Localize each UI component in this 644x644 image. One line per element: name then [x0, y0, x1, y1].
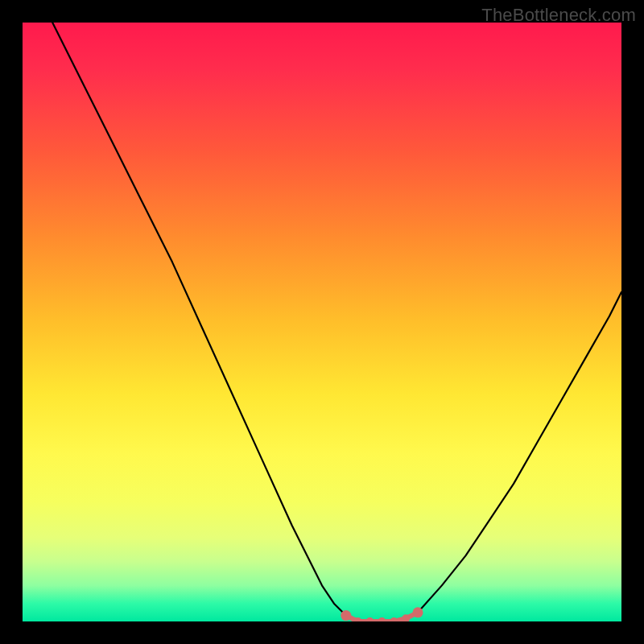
marker-end	[413, 607, 423, 617]
plot-area	[23, 23, 621, 621]
series-left-curve	[52, 23, 357, 621]
marker-dot	[378, 617, 386, 621]
series-right-curve	[418, 292, 621, 613]
marker-dot	[390, 617, 398, 621]
watermark-text: TheBottleneck.com	[481, 5, 636, 26]
curve-layer	[23, 23, 621, 621]
marker-dot	[366, 617, 374, 621]
marker-end	[341, 610, 351, 621]
chart-frame: TheBottleneck.com	[0, 0, 644, 644]
